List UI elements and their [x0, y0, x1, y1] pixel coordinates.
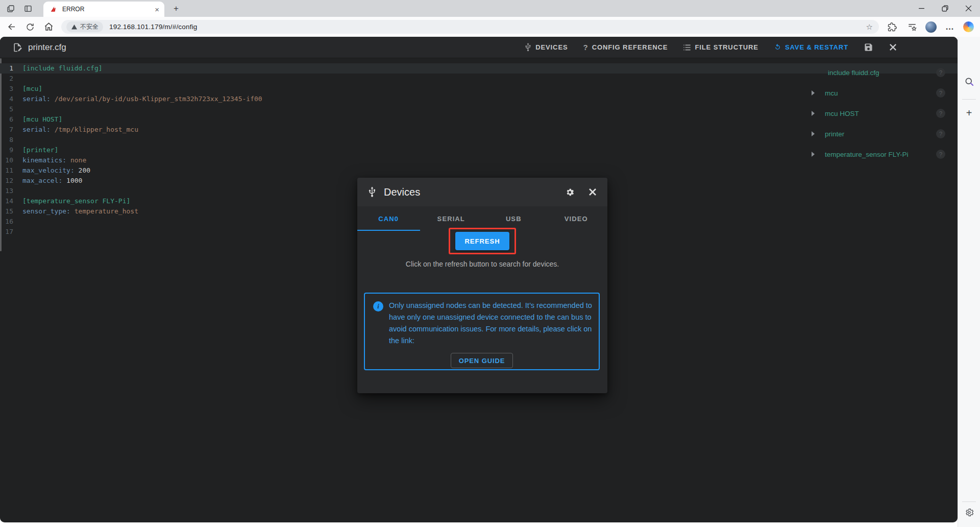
more-menu-icon[interactable]: … — [943, 20, 957, 34]
line-number: 4 — [0, 94, 13, 104]
info-icon: i — [373, 301, 383, 312]
security-label: 不安全 — [80, 22, 99, 31]
add-sidebar-icon[interactable]: + — [966, 107, 972, 119]
config-reference-button[interactable]: ? CONFIG REFERENCE — [583, 43, 668, 52]
mainsail-favicon — [50, 5, 58, 13]
close-window-button[interactable] — [957, 0, 980, 17]
device-tabs: CAN0SERIALUSBVIDEO — [357, 206, 607, 231]
structure-item[interactable]: mcu HOST? — [804, 103, 958, 124]
tab-close-icon[interactable]: × — [155, 6, 159, 13]
file-structure-panel: include fluidd.cfg?mcu?mcu HOST?printer?… — [804, 58, 958, 164]
line-number: 10 — [0, 155, 13, 165]
restore-button[interactable] — [933, 0, 957, 17]
help-badge-icon[interactable]: ? — [936, 150, 945, 159]
line-number: 3 — [0, 84, 13, 94]
search-icon[interactable] — [964, 77, 974, 87]
save-restart-label: SAVE & RESTART — [785, 43, 848, 51]
edge-sidebar-rail: + — [958, 37, 980, 527]
refresh-page-icon[interactable] — [23, 20, 37, 34]
file-structure-button[interactable]: FILE STRUCTURE — [683, 43, 758, 51]
line-text: serial: /tmp/klipper_host_mcu — [22, 125, 138, 135]
device-tab-serial[interactable]: SERIAL — [420, 206, 483, 231]
structure-item[interactable]: include fluidd.cfg? — [804, 62, 958, 83]
browser-tab[interactable]: ERROR × — [43, 2, 164, 17]
save-icon[interactable] — [864, 42, 873, 52]
fluidd-config-page: printer.cfg DEVICES ? CONFIG REFERENCE F… — [0, 37, 958, 522]
line-text: max_accel: 1000 — [22, 176, 82, 186]
workspaces-icon[interactable] — [4, 2, 17, 15]
line-number: 7 — [0, 125, 13, 135]
expand-arrow-icon[interactable] — [812, 90, 815, 95]
restart-icon — [774, 43, 781, 51]
line-number: 1 — [0, 63, 13, 74]
help-badge-icon[interactable]: ? — [936, 129, 945, 138]
devices-label: DEVICES — [535, 43, 568, 51]
structure-item-label: mcu — [825, 89, 838, 97]
alert-text: Only unassigned nodes can be detected. I… — [389, 300, 594, 347]
line-text: [printer] — [22, 145, 58, 155]
help-badge-icon[interactable]: ? — [936, 68, 945, 77]
line-text: serial: /dev/serial/by-id/usb-Klipper_st… — [22, 94, 262, 104]
code-line[interactable]: 11max_velocity: 200 — [0, 165, 958, 176]
open-guide-button[interactable]: OPEN GUIDE — [451, 353, 513, 368]
refresh-button[interactable]: REFRESH — [455, 232, 509, 250]
browser-chrome: ERROR × + 不安全 — [0, 0, 980, 37]
structure-item-label: temperature_sensor FLY-Pi — [825, 151, 909, 158]
tab-actions-icon[interactable] — [21, 2, 35, 15]
devices-button[interactable]: DEVICES — [524, 43, 568, 52]
line-number: 16 — [0, 217, 13, 227]
structure-item[interactable]: mcu? — [804, 83, 958, 103]
address-bar[interactable]: 不安全 192.168.101.179/m/#/config ☆ — [61, 20, 879, 34]
device-tab-usb[interactable]: USB — [482, 206, 545, 231]
line-text: sensor_type: temperature_host — [22, 206, 138, 217]
security-chip[interactable]: 不安全 — [66, 21, 103, 32]
line-number: 12 — [0, 176, 13, 186]
devices-dialog: Devices CAN0SERIALUSBVIDEO REFRESH Click… — [357, 178, 607, 393]
profile-avatar[interactable] — [925, 21, 937, 33]
line-text: [temperature_sensor FLY-Pi] — [22, 196, 130, 206]
rail-divider — [962, 501, 976, 502]
line-number: 6 — [0, 114, 13, 125]
usb-icon — [524, 43, 532, 52]
line-text: [mcu] — [22, 84, 42, 94]
expand-arrow-icon[interactable] — [812, 111, 815, 116]
favorites-icon[interactable] — [905, 20, 919, 34]
help-badge-icon[interactable]: ? — [936, 88, 945, 98]
editor-toolbar: DEVICES ? CONFIG REFERENCE FILE STRUCTUR… — [524, 42, 897, 52]
extensions-icon[interactable] — [886, 20, 899, 34]
expand-arrow-icon[interactable] — [812, 152, 815, 157]
gear-icon[interactable] — [565, 187, 575, 197]
device-tab-can0[interactable]: CAN0 — [357, 206, 420, 231]
close-dialog-icon[interactable] — [588, 187, 597, 197]
usb-icon — [368, 186, 377, 198]
line-text: [include fluidd.cfg] — [22, 63, 103, 74]
expand-arrow-icon[interactable] — [812, 131, 815, 136]
file-structure-label: FILE STRUCTURE — [695, 43, 758, 51]
line-number: 17 — [0, 227, 13, 237]
device-tab-video[interactable]: VIDEO — [545, 206, 608, 231]
url-text[interactable]: 192.168.101.179/m/#/config — [109, 23, 866, 31]
back-icon[interactable] — [5, 20, 18, 34]
line-number: 13 — [0, 186, 13, 196]
list-icon — [683, 44, 691, 51]
dialog-title: Devices — [384, 186, 565, 198]
window-controls — [910, 0, 980, 17]
open-guide-row: OPEN GUIDE — [365, 353, 599, 368]
minimize-button[interactable] — [910, 0, 933, 17]
refresh-hint: Click on the refresh button to search fo… — [357, 258, 607, 270]
line-text: max_velocity: 200 — [22, 165, 90, 176]
favorite-star-icon[interactable]: ☆ — [866, 22, 873, 32]
structure-item[interactable]: temperature_sensor FLY-Pi? — [804, 144, 958, 164]
copilot-icon[interactable] — [963, 21, 974, 32]
rail-divider — [962, 99, 976, 100]
file-title: printer.cfg — [28, 42, 66, 53]
line-text: [mcu HOST] — [22, 114, 62, 125]
home-icon[interactable] — [42, 20, 55, 34]
new-tab-button[interactable]: + — [170, 4, 182, 15]
structure-item[interactable]: printer? — [804, 124, 958, 144]
close-editor-icon[interactable] — [889, 43, 897, 52]
annotation-highlight: REFRESH — [449, 228, 516, 254]
settings-gear-icon[interactable] — [964, 508, 974, 517]
help-badge-icon[interactable]: ? — [936, 109, 945, 118]
save-restart-button[interactable]: SAVE & RESTART — [774, 43, 848, 51]
